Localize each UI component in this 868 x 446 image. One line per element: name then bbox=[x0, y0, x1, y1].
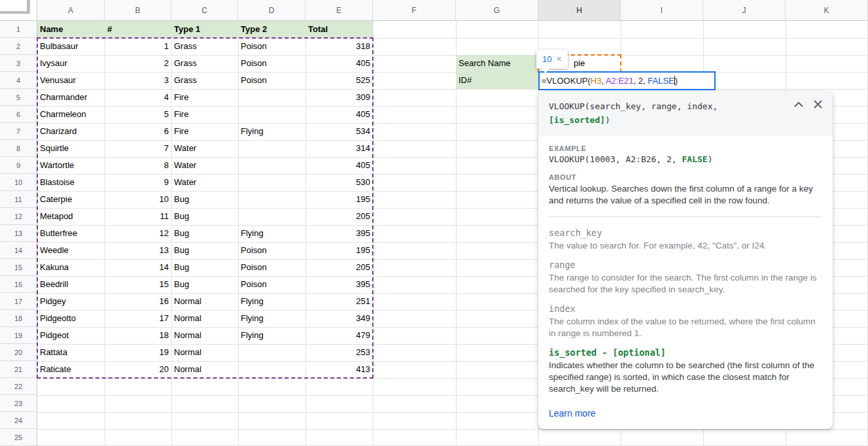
table-cell[interactable]: Weedle bbox=[37, 242, 105, 259]
table-cell[interactable]: 2 bbox=[105, 55, 171, 72]
table-cell[interactable]: 318 bbox=[305, 38, 373, 55]
column-header-H[interactable]: H bbox=[538, 0, 621, 21]
table-cell[interactable]: 413 bbox=[305, 361, 373, 378]
row-header-15[interactable]: 15 bbox=[0, 259, 37, 276]
row-header-16[interactable]: 16 bbox=[0, 276, 37, 293]
column-header-I[interactable]: I bbox=[621, 0, 703, 21]
column-header-J[interactable]: J bbox=[703, 0, 786, 21]
table-cell[interactable]: 395 bbox=[305, 276, 373, 293]
table-cell[interactable]: 5 bbox=[105, 106, 171, 123]
table-cell[interactable]: Bug bbox=[171, 208, 238, 225]
table-cell[interactable]: Flying bbox=[238, 225, 305, 242]
table-cell[interactable]: Poison bbox=[238, 55, 305, 72]
table-cell[interactable]: Grass bbox=[171, 38, 238, 55]
id-label-cell[interactable]: ID# bbox=[456, 72, 538, 89]
column-header-D[interactable]: D bbox=[238, 0, 305, 21]
table-cell[interactable]: Poison bbox=[238, 276, 305, 293]
table-cell[interactable]: Charizard bbox=[37, 123, 105, 140]
header-cell-Type 2[interactable]: Type 2 bbox=[238, 21, 305, 38]
row-header-3[interactable]: 3 bbox=[0, 55, 37, 72]
table-cell[interactable]: 10 bbox=[105, 191, 171, 208]
row-header-2[interactable]: 2 bbox=[0, 38, 37, 55]
table-cell[interactable]: 195 bbox=[305, 191, 373, 208]
table-cell[interactable]: Butterfree bbox=[37, 225, 105, 242]
row-header-1[interactable]: 1 bbox=[0, 21, 37, 38]
header-cell-Total[interactable]: Total bbox=[305, 21, 373, 38]
collapse-chevron-icon[interactable] bbox=[794, 101, 803, 107]
table-cell[interactable]: 6 bbox=[105, 123, 171, 140]
table-cell[interactable]: 253 bbox=[305, 344, 373, 361]
column-header-G[interactable]: G bbox=[456, 0, 538, 21]
table-cell[interactable]: Poison bbox=[238, 38, 305, 55]
row-header-5[interactable]: 5 bbox=[0, 89, 37, 106]
table-cell[interactable]: 18 bbox=[105, 327, 171, 344]
column-header-B[interactable]: B bbox=[105, 0, 171, 21]
table-cell[interactable]: Water bbox=[171, 157, 238, 174]
row-header-22[interactable]: 22 bbox=[0, 378, 37, 395]
table-cell[interactable]: 405 bbox=[305, 55, 373, 72]
search-name-label-cell[interactable]: Search Name bbox=[456, 55, 538, 72]
table-cell[interactable]: 16 bbox=[105, 293, 171, 310]
table-cell[interactable]: Bug bbox=[171, 276, 238, 293]
table-cell[interactable]: Bulbasaur bbox=[37, 38, 105, 55]
row-header-17[interactable]: 17 bbox=[0, 293, 37, 310]
column-header-K[interactable]: K bbox=[786, 0, 868, 21]
row-header-9[interactable]: 9 bbox=[0, 157, 37, 174]
table-cell[interactable]: 195 bbox=[305, 242, 373, 259]
table-cell[interactable]: 479 bbox=[305, 327, 373, 344]
table-cell[interactable]: 7 bbox=[105, 140, 171, 157]
table-cell[interactable]: Flying bbox=[238, 310, 305, 327]
table-cell[interactable]: Grass bbox=[171, 72, 238, 89]
table-cell[interactable]: Rattata bbox=[37, 344, 105, 361]
table-cell[interactable]: 205 bbox=[305, 259, 373, 276]
table-cell[interactable]: 14 bbox=[105, 259, 171, 276]
table-cell[interactable]: Beedrill bbox=[37, 276, 105, 293]
row-header-23[interactable]: 23 bbox=[0, 395, 37, 412]
table-cell[interactable]: Normal bbox=[171, 310, 238, 327]
table-cell[interactable]: 349 bbox=[305, 310, 373, 327]
table-cell[interactable]: 405 bbox=[305, 157, 373, 174]
table-cell[interactable]: Normal bbox=[171, 327, 238, 344]
table-cell[interactable]: Water bbox=[171, 174, 238, 191]
row-header-13[interactable]: 13 bbox=[0, 225, 37, 242]
table-cell[interactable]: 12 bbox=[105, 225, 171, 242]
h3-visible-text[interactable]: pie bbox=[574, 55, 621, 72]
table-cell[interactable]: 11 bbox=[105, 208, 171, 225]
table-cell[interactable]: Charmeleon bbox=[37, 106, 105, 123]
table-cell[interactable]: 9 bbox=[105, 174, 171, 191]
table-cell[interactable]: Kakuna bbox=[37, 259, 105, 276]
table-cell[interactable]: 17 bbox=[105, 310, 171, 327]
table-cell[interactable]: Raticate bbox=[37, 361, 105, 378]
row-header-8[interactable]: 8 bbox=[0, 140, 37, 157]
row-header-4[interactable]: 4 bbox=[0, 72, 37, 89]
table-cell[interactable]: 4 bbox=[105, 89, 171, 106]
table-cell[interactable]: Pidgeot bbox=[37, 327, 105, 344]
table-cell[interactable]: 13 bbox=[105, 242, 171, 259]
row-header-24[interactable]: 24 bbox=[0, 412, 37, 429]
row-header-14[interactable]: 14 bbox=[0, 242, 37, 259]
table-cell[interactable]: Bug bbox=[171, 191, 238, 208]
table-cell[interactable]: Bug bbox=[171, 242, 238, 259]
column-header-F[interactable]: F bbox=[373, 0, 456, 21]
table-cell[interactable]: 15 bbox=[105, 276, 171, 293]
table-cell[interactable]: Fire bbox=[171, 123, 238, 140]
table-cell[interactable]: Poison bbox=[238, 242, 305, 259]
table-cell[interactable]: Squirtle bbox=[37, 140, 105, 157]
table-cell[interactable]: Caterpie bbox=[37, 191, 105, 208]
column-header-A[interactable]: A bbox=[37, 0, 105, 21]
table-cell[interactable]: Flying bbox=[238, 123, 305, 140]
select-all-corner[interactable] bbox=[0, 0, 37, 21]
preview-close-icon[interactable]: × bbox=[556, 54, 561, 63]
table-cell[interactable]: 20 bbox=[105, 361, 171, 378]
table-cell[interactable]: 395 bbox=[305, 225, 373, 242]
formula-edit-cell-H4[interactable]: =VLOOKUP(H3, A2:E21, 2, FALSE) bbox=[538, 71, 716, 90]
table-cell[interactable]: Ivysaur bbox=[37, 55, 105, 72]
table-cell[interactable]: Bug bbox=[171, 225, 238, 242]
row-header-21[interactable]: 21 bbox=[0, 361, 37, 378]
table-cell[interactable]: 19 bbox=[105, 344, 171, 361]
table-cell[interactable]: Poison bbox=[238, 72, 305, 89]
table-cell[interactable]: Blastoise bbox=[37, 174, 105, 191]
column-header-E[interactable]: E bbox=[305, 0, 373, 21]
row-header-18[interactable]: 18 bbox=[0, 310, 37, 327]
table-cell[interactable]: Pidgeotto bbox=[37, 310, 105, 327]
